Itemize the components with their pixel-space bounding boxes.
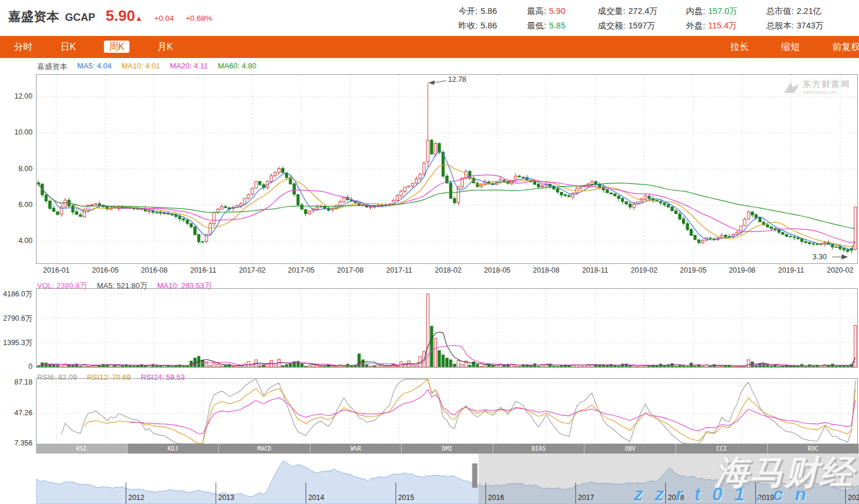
legend-item-3: MA20: 4.11 [170, 61, 208, 72]
up-arrow-icon: ▲ [135, 14, 143, 23]
period-tab-3[interactable]: 月K [143, 36, 187, 58]
indicator-tabs: RSIKDJMACDW%RDMIBIASOBVCCIROC [36, 444, 859, 454]
x-tick-label: 2018-08 [522, 266, 571, 274]
stat-value: 157.0万 [708, 6, 738, 16]
toolbar-action-2[interactable]: 前复权 [816, 36, 859, 58]
period-tab-0[interactable]: 分时 [0, 36, 46, 58]
volume-chart[interactable] [36, 288, 858, 368]
period-tabs: 分时日K周K月K [0, 36, 187, 58]
stat-value: 272.4万 [629, 6, 658, 16]
low-annotation: 3.30 [813, 253, 826, 261]
svg-text:2017: 2017 [578, 494, 594, 502]
stat-label: 最高: [527, 6, 546, 16]
svg-text:2019: 2019 [758, 494, 774, 502]
indicator-tab-obv[interactable]: OBV [584, 444, 676, 454]
y-tick-label: 10.00 [0, 128, 33, 136]
x-tick-label: 2017-08 [326, 266, 374, 274]
timeline-navigator[interactable]: 201220132014201520162017201820192020 [36, 454, 859, 504]
indicator-tab-roc[interactable]: ROC [768, 444, 859, 454]
indicator-tab-kdj[interactable]: KDJ [128, 444, 219, 454]
stat-label: 成交量: [598, 6, 626, 16]
x-tick-label: 2020-02 [815, 266, 859, 274]
x-tick-label: 2017-05 [277, 266, 326, 274]
svg-text:2013: 2013 [218, 494, 234, 502]
y-tick-label: 12.00 [0, 92, 33, 100]
stat-4: 成交量:272.4万 [598, 6, 686, 17]
indicator-tab-cci[interactable]: CCI [676, 444, 768, 454]
stat-5: 成交额:1597万 [598, 20, 686, 31]
legend-item-4: MA60: 4.80 [218, 61, 257, 72]
y-tick-label: 47.26 [0, 409, 33, 417]
x-tick-label: 2016-05 [81, 266, 129, 274]
svg-text:2018: 2018 [668, 494, 684, 502]
x-tick-label: 2019-08 [718, 266, 767, 274]
high-annotation: 12.78 [448, 75, 466, 84]
rsi-chart[interactable] [36, 378, 858, 445]
x-tick-label: 2016-01 [32, 266, 81, 274]
stat-label: 内盘: [686, 6, 705, 16]
kline-legend: 嘉盛资本MA5: 4.04MA10: 4.01MA20: 4.11MA60: 4… [37, 61, 257, 72]
stat-label: 最低: [527, 21, 546, 30]
stat-1: 昨收:5.86 [459, 20, 527, 31]
x-tick-label: 2019-11 [767, 266, 815, 274]
y-tick-label: 87.18 [0, 378, 33, 386]
svg-text:2020: 2020 [848, 494, 859, 502]
current-price: 5.90▲ [106, 7, 142, 25]
stat-label: 今开: [459, 6, 478, 16]
period-tab-1[interactable]: 日K [46, 36, 90, 58]
x-tick-label: 2017-11 [375, 266, 424, 274]
indicator-tab-wr[interactable]: W%R [311, 444, 402, 454]
stat-value: 3743万 [797, 21, 824, 30]
stat-7: 外盘:115.4万 [686, 20, 766, 31]
svg-text:2016: 2016 [488, 494, 504, 502]
stat-value: 5.86 [481, 21, 497, 30]
x-tick-label: 2016-08 [130, 266, 179, 274]
x-tick-label: 2018-02 [424, 266, 472, 274]
stock-summary: 嘉盛资本 GCAP 5.90▲ +0.04 +0.68% [8, 7, 212, 26]
stat-9: 总股本:3743万 [766, 20, 852, 31]
stat-value: 5.86 [481, 6, 497, 16]
stat-label: 总股本: [766, 21, 794, 30]
x-tick-label: 2019-02 [620, 266, 669, 274]
stat-label: 外盘: [686, 21, 705, 30]
indicator-tab-dmi[interactable]: DMI [402, 444, 493, 454]
toolbar-action-1[interactable]: 缩短 [765, 36, 816, 58]
stock-ticker: GCAP [65, 12, 95, 24]
stock-chart-app: 嘉盛资本 GCAP 5.90▲ +0.04 +0.68% 今开:5.86昨收:5… [0, 0, 859, 504]
stat-label: 总市值: [766, 6, 794, 16]
y-tick-label: 2790.6万 [0, 314, 33, 324]
indicator-tab-bias[interactable]: BIAS [493, 444, 585, 454]
main-kline-chart[interactable] [36, 74, 858, 264]
stat-label: 成交额: [598, 21, 626, 30]
y-tick-label: 4186.0万 [0, 289, 33, 299]
stat-value: 1597万 [629, 21, 656, 30]
quote-stats: 今开:5.86昨收:5.86最高:5.90最低:5.85成交量:272.4万成交… [459, 4, 852, 33]
toolbar-action-0[interactable]: 拉长 [714, 36, 765, 58]
y-tick-label: 8.00 [0, 165, 33, 173]
x-tick-label: 2019-05 [669, 266, 717, 274]
y-tick-label: 0 [0, 362, 33, 371]
header: 嘉盛资本 GCAP 5.90▲ +0.04 +0.68% 今开:5.86昨收:5… [0, 0, 859, 36]
period-tab-active-pill[interactable]: 周K [104, 41, 130, 53]
stat-3: 最低:5.85 [527, 20, 598, 31]
stat-value: 5.85 [549, 21, 565, 30]
price-change: +0.04 [154, 14, 174, 23]
indicator-tab-rsi[interactable]: RSI [36, 444, 128, 454]
y-tick-label: 4.00 [0, 237, 33, 245]
stat-6: 内盘:157.0万 [686, 6, 766, 17]
stat-label: 昨收: [459, 21, 478, 30]
stat-value: 5.90 [549, 6, 565, 16]
indicator-tab-macd[interactable]: MACD [219, 444, 311, 454]
toolbar-actions: 拉长缩短前复权 [714, 36, 859, 58]
legend-item-0: 嘉盛资本 [37, 61, 67, 72]
price-change-percent: +0.68% [186, 14, 212, 23]
stock-name: 嘉盛资本 [8, 8, 59, 26]
period-tab-2[interactable]: 周K [90, 36, 144, 58]
price-value: 5.90 [106, 7, 135, 24]
svg-text:2014: 2014 [308, 494, 324, 502]
legend-item-1: MA5: 4.04 [77, 61, 111, 72]
legend-item-2: MA10: 4.01 [121, 61, 160, 72]
x-tick-label: 2016-11 [179, 266, 228, 274]
x-tick-label: 2018-11 [571, 266, 619, 274]
stat-8: 总市值:2.21亿 [766, 6, 852, 17]
